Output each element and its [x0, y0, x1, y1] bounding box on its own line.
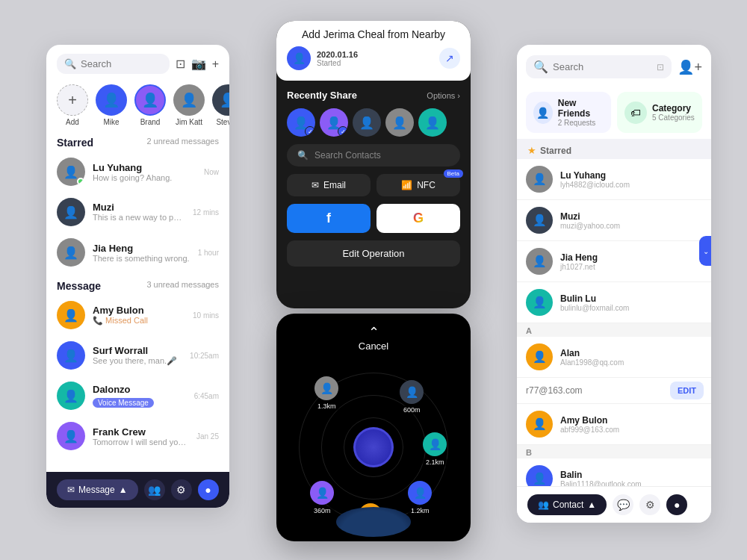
contact-info: Lu Yuhang lyh4882@icloud.com [560, 170, 702, 189]
table-row[interactable]: 👤 Frank Crew Tomorrow I will send you th… [46, 416, 229, 456]
list-item[interactable]: 👤 Lu Yuhang lyh4882@icloud.com [517, 159, 711, 200]
contact-name: Dalonzo [93, 384, 187, 395]
add-contact-icon[interactable]: 👤+ [678, 59, 702, 75]
brand-avatar[interactable]: 👤 [134, 84, 166, 116]
share-status: Started [317, 59, 433, 67]
message-badge: 3 unread messages [146, 280, 219, 292]
avatar: 👤 [57, 382, 85, 410]
avatar: 👤 [57, 238, 85, 267]
list-item[interactable]: 👤 Balin Balin1118@outlook.com [517, 458, 711, 486]
camera-icon[interactable]: 📷 [191, 57, 206, 71]
contact-email: Balin1118@outlook.com [560, 480, 702, 487]
radar-area: 👤 1.3km 👤 600m 👤 2.1km 👤 1.2km 👤 360m 👤 … [276, 358, 471, 537]
search-input[interactable] [81, 58, 162, 69]
new-friends-card[interactable]: 👤 New Friends 2 Requests [526, 92, 611, 133]
edit-email-input[interactable] [517, 378, 670, 403]
settings-icon[interactable]: ⚙ [171, 479, 192, 500]
rs-avatar-5[interactable]: 👤 [418, 108, 447, 137]
contact-button[interactable]: 👥 Contact ▲ [527, 494, 607, 515]
nfc-button[interactable]: 📶 NFC Beta [376, 174, 460, 196]
contact-msg: See you there, man.🎤 [93, 356, 182, 366]
table-row[interactable]: 👤 Surf Worrall See you there, man.🎤 10:2… [46, 335, 229, 376]
right-search-wrap[interactable]: 🔍 ⊡ [526, 55, 672, 78]
rs-avatar-1[interactable]: 👤✓ [287, 108, 315, 137]
jimkatt-avatar[interactable]: 👤 [173, 84, 205, 116]
message-nav-icon[interactable]: 💬 [613, 494, 633, 515]
list-item[interactable]: 👤 Alan Alan1998@qq.com [517, 337, 711, 378]
share-panel: Add Jerima Cheal from Nearby 👤 2020.01.1… [276, 21, 471, 308]
options-link[interactable]: Options › [427, 91, 460, 100]
story-brand[interactable]: 👤 Brand [134, 84, 166, 126]
recently-share-header: Recently Share Options › [287, 90, 460, 101]
rs-avatar-4[interactable]: 👤 [385, 108, 414, 137]
radar-person-5[interactable]: 👤 360m [310, 481, 335, 515]
story-jimkatt[interactable]: 👤 Jim Katt [173, 84, 205, 126]
edit-button[interactable]: EDIT [670, 382, 704, 399]
mini-avatar: 👤 [287, 46, 311, 70]
radar-avatar-2: 👤 [400, 380, 424, 404]
contact-btn-label: Contact [553, 500, 583, 510]
active-icon[interactable]: ● [198, 479, 219, 500]
contact-msg: There is something wrong. [93, 254, 190, 263]
mike-avatar[interactable]: 👤 [96, 84, 127, 116]
list-item[interactable]: 👤 Muzi muzi@yahoo.com [517, 200, 711, 241]
story-steven[interactable]: 👤 Steven [212, 84, 229, 126]
radar-avatar-3: 👤 [423, 432, 447, 456]
contact-name: Amy Bulon [93, 305, 185, 316]
brand-label: Brand [140, 118, 161, 126]
share-top-row: 👤 2020.01.16 Started ↗ [287, 46, 460, 70]
google-button[interactable]: G [376, 204, 460, 233]
list-item[interactable]: 👤 Amy Bulon abf999@163.com [517, 404, 711, 445]
rs-avatar-2[interactable]: 👤✓ [320, 108, 348, 137]
table-row[interactable]: 👤 Amy Bulon 📞 Missed Call 10 mins [46, 295, 229, 335]
radar-person-1[interactable]: 👤 1.3km [314, 376, 340, 411]
facebook-button[interactable]: f [287, 204, 371, 233]
chevron-up-icon: ▲ [119, 485, 128, 495]
table-row[interactable]: 👤 Lu Yuhang How is going? Ahang. Now [46, 152, 229, 192]
message-button[interactable]: ✉ Message ▲ [57, 479, 138, 500]
radar-earth [336, 507, 411, 537]
rs-avatar-3[interactable]: 👤 [353, 108, 381, 137]
radar-person-4[interactable]: 👤 1.2km [407, 481, 433, 515]
search-contacts-bar[interactable]: 🔍 Search Contacts [287, 144, 460, 167]
steven-avatar[interactable]: 👤 [212, 84, 229, 116]
edit-operation-button[interactable]: Edit Operation [287, 240, 460, 267]
add-story-btn[interactable]: + [57, 84, 88, 116]
nfc-label: NFC [417, 180, 436, 190]
story-add[interactable]: + Add [57, 84, 88, 126]
list-item[interactable]: 👤 Bulin Lu bulinlu@foxmail.com [517, 282, 711, 323]
table-row[interactable]: 👤 Muzi This is a new way to pay. 💰 12 mi… [46, 192, 229, 232]
left-search-bar: 🔍 ⊡ 📷 + [46, 45, 229, 80]
settings-nav-icon[interactable]: ⚙ [639, 494, 660, 515]
table-row[interactable]: 👤 Jia Heng There is something wrong. 1 h… [46, 232, 229, 273]
left-search-wrap[interactable]: 🔍 [57, 54, 170, 74]
alpha-label-b: B [517, 445, 711, 458]
people-icon[interactable]: 👥 [144, 479, 165, 500]
email-button[interactable]: ✉ Email [287, 174, 371, 196]
contact-icon: 👥 [538, 500, 549, 510]
right-search-input[interactable] [553, 61, 652, 72]
scroll-indicator[interactable]: ⌄ [699, 236, 711, 266]
contact-email: lyh4882@icloud.com [560, 181, 702, 189]
category-card[interactable]: 🏷 Category 5 Categories [617, 92, 702, 133]
contact-time: 10 mins [193, 311, 219, 320]
message-title: Message [57, 280, 101, 292]
add-icon[interactable]: + [212, 57, 219, 71]
list-item[interactable]: 👤 Jia Heng jh1027.net [517, 241, 711, 282]
contact-email: abf999@163.com [560, 426, 702, 434]
active-nav-icon[interactable]: ● [666, 494, 687, 515]
scan-icon[interactable]: ⊡ [176, 57, 185, 71]
story-mike[interactable]: 👤 Mike [96, 84, 127, 126]
radar-person-3[interactable]: 👤 2.1km [422, 432, 448, 467]
mike-label: Mike [103, 118, 119, 126]
radar-person-2[interactable]: 👤 600m [400, 380, 424, 414]
left-panel: 🔍 ⊡ 📷 + + Add 👤 Mike 👤 Brand 👤 Jim Katt … [46, 45, 229, 508]
contact-name: Jia Heng [560, 252, 702, 263]
radar-center [353, 427, 394, 467]
email-icon: ✉ [311, 180, 319, 190]
share-forward-btn[interactable]: ↗ [439, 48, 460, 69]
avatar: 👤 [57, 198, 85, 226]
radar-avatar-1: 👤 [314, 376, 338, 400]
nfc-beta-badge: Beta [444, 169, 463, 178]
table-row[interactable]: 👤 Dalonzo Voice Message 6:45am [46, 376, 229, 416]
